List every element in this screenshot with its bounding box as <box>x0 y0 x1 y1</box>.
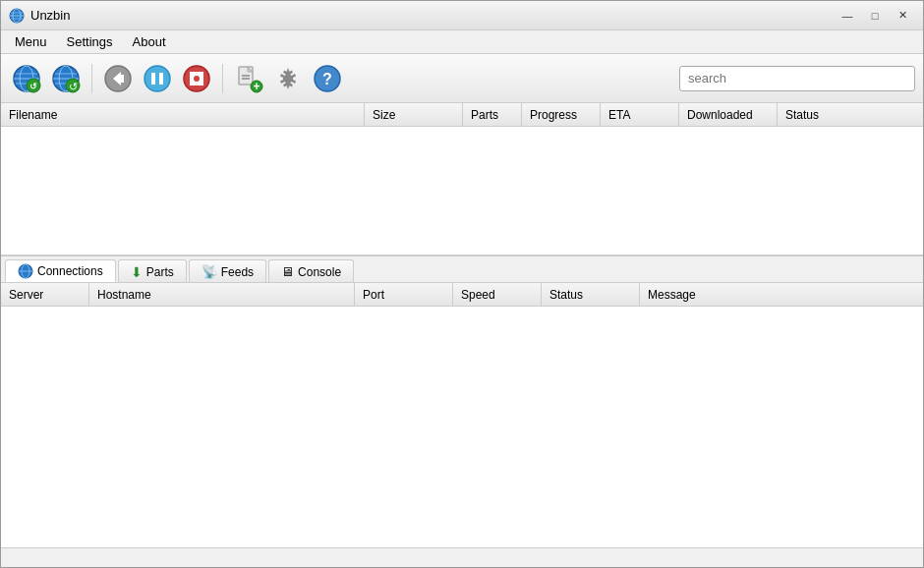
conn-col-status: Status <box>542 283 640 306</box>
conn-col-server: Server <box>1 283 89 306</box>
svg-text:?: ? <box>322 71 332 87</box>
svg-point-27 <box>194 76 200 82</box>
col-header-parts: Parts <box>463 103 522 126</box>
conn-col-hostname: Hostname <box>89 283 355 306</box>
minimize-button[interactable]: — <box>835 6 860 26</box>
tab-parts-label: Parts <box>146 265 174 279</box>
conn-col-speed: Speed <box>453 283 542 306</box>
gear-icon <box>273 64 303 93</box>
toolbar: ↺ ↺ <box>1 54 923 103</box>
main-table-header: Filename Size Parts Progress ETA Downloa… <box>1 103 923 127</box>
statusbar <box>1 547 923 567</box>
svg-rect-24 <box>159 73 163 85</box>
pause-button[interactable] <box>140 61 175 96</box>
pause-icon <box>143 64 172 93</box>
connections-table-area: Server Hostname Port Speed Status Messag… <box>1 283 923 547</box>
menu-item-about[interactable]: About <box>123 32 176 51</box>
menu-item-settings[interactable]: Settings <box>57 32 123 51</box>
conn-col-message: Message <box>640 283 923 306</box>
feeds-tab-icon: 📡 <box>202 264 217 279</box>
back-icon <box>103 64 133 93</box>
col-header-downloaded: Downloaded <box>679 103 778 126</box>
tab-connections-label: Connections <box>37 264 103 278</box>
svg-text:↺: ↺ <box>69 80 78 91</box>
file-add-icon: + <box>234 64 263 93</box>
col-header-filename: Filename <box>1 103 365 126</box>
parts-tab-icon: ⬇ <box>131 264 143 280</box>
tab-connections[interactable]: Connections <box>5 259 116 282</box>
toolbar-separator-1 <box>91 64 92 93</box>
menu-item-menu[interactable]: Menu <box>5 32 57 51</box>
tab-feeds[interactable]: 📡 Feeds <box>189 259 266 282</box>
maximize-button[interactable]: □ <box>862 6 888 26</box>
globe2-button[interactable]: ↺ <box>48 61 84 96</box>
main-table-area: Filename Size Parts Progress ETA Downloa… <box>1 103 923 256</box>
col-header-eta: ETA <box>601 103 679 126</box>
bottom-section: Connections ⬇ Parts 📡 Feeds 🖥 Console Se… <box>1 256 923 567</box>
menu-bar: Menu Settings About <box>1 30 923 54</box>
window-controls: — □ ✕ <box>835 6 915 26</box>
tab-console-label: Console <box>298 265 341 279</box>
svg-rect-21 <box>119 75 124 83</box>
tab-parts[interactable]: ⬇ Parts <box>118 259 187 282</box>
main-table-body <box>1 127 923 255</box>
col-header-progress: Progress <box>522 103 601 126</box>
gear-button[interactable] <box>270 61 306 96</box>
help-icon: ? <box>313 64 342 93</box>
globe2-icon: ↺ <box>51 64 81 93</box>
svg-point-22 <box>144 66 170 91</box>
app-icon <box>9 8 25 24</box>
search-input[interactable] <box>679 66 915 91</box>
console-tab-icon: 🖥 <box>281 264 294 279</box>
toolbar-separator-2 <box>222 64 223 93</box>
help-button[interactable]: ? <box>310 61 345 96</box>
title-bar: Unzbin — □ ✕ <box>1 1 923 30</box>
tab-console[interactable]: 🖥 Console <box>268 259 354 282</box>
connections-tab-icon <box>18 263 33 279</box>
tab-feeds-label: Feeds <box>221 265 254 279</box>
svg-rect-23 <box>151 73 155 85</box>
globe1-icon: ↺ <box>12 64 41 93</box>
stop-button[interactable] <box>179 61 214 96</box>
app-title: Unzbin <box>30 8 70 23</box>
globe1-button[interactable]: ↺ <box>9 61 44 96</box>
stop-icon <box>182 64 211 93</box>
back-button[interactable] <box>100 61 136 96</box>
conn-col-port: Port <box>355 283 453 306</box>
col-header-status: Status <box>778 103 923 126</box>
title-left: Unzbin <box>9 8 70 24</box>
bottom-tabs: Connections ⬇ Parts 📡 Feeds 🖥 Console <box>1 256 923 283</box>
col-header-size: Size <box>365 103 463 126</box>
close-button[interactable]: ✕ <box>890 6 915 26</box>
connections-table-header: Server Hostname Port Speed Status Messag… <box>1 283 923 307</box>
app-container: Unzbin — □ ✕ Menu Settings About ↺ <box>1 1 923 567</box>
svg-text:+: + <box>253 80 260 93</box>
file-add-button[interactable]: + <box>231 61 266 96</box>
connections-body <box>1 307 923 547</box>
svg-text:↺: ↺ <box>29 82 37 91</box>
